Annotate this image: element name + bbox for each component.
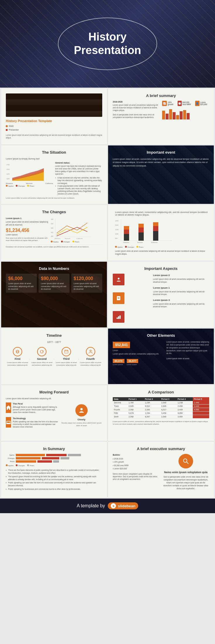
- aspect-item-2: [113, 292, 150, 304]
- moving-right-title: Clearly: [78, 418, 86, 421]
- exec-summary-title: A brief executive summary: [113, 447, 209, 451]
- svg-text:Vermont: Vermont: [137, 242, 143, 243]
- bar-oranges-1: [16, 457, 41, 459]
- big-number: $1,234,456: [6, 228, 48, 233]
- timeline-desc-3: Lorem ipsum dolor sit amet consectetur a…: [55, 361, 78, 366]
- timeline-desc-4: Lorem ipsum dolor sit amet consectetur a…: [79, 361, 102, 366]
- price-badge-2: 80,976: [113, 359, 124, 363]
- footer: A template by s slidebean: [0, 499, 215, 513]
- growth-icon: 📈: [162, 101, 167, 106]
- situation-footer: Lorem ipsum dolor sit amet consectetur a…: [6, 197, 102, 199]
- bullet-1: It has survived not only five centuries,…: [55, 176, 102, 184]
- slide-important-aspects: Important Aspects: [108, 262, 214, 327]
- globe-icon: [13, 347, 22, 356]
- price-badge-main: $52,841: [113, 342, 130, 348]
- aspect-item-1: [113, 274, 150, 285]
- exec-desc: Sed ut perspiciatis unde omnis iste natu…: [162, 475, 209, 490]
- summary-bullet-4: Public speaking for businesses and comme…: [6, 488, 102, 491]
- svg-text:700: 700: [51, 218, 53, 220]
- person-icon: [86, 347, 95, 356]
- svg-rect-30: [153, 231, 158, 241]
- template-meta: Date Presenter: [6, 124, 102, 132]
- bar-pears-3: [53, 460, 59, 463]
- svg-text:1250: 1250: [6, 173, 10, 175]
- comparison-row-fourth: Fourth 2,390 2,340 4,517 2,449 4,560: [113, 408, 209, 412]
- lorem1-desc: Lorem ipsum dolor sit amet consectetur a…: [6, 221, 48, 226]
- summary-chart: [162, 108, 209, 119]
- svg-rect-27: [138, 232, 144, 241]
- svg-text:400: 400: [51, 232, 53, 233]
- data-value-1: $6,000: [8, 276, 34, 281]
- svg-rect-28: [138, 228, 144, 232]
- other-main: $52,841 Lorem Lorem ipsum dolor sit amet…: [113, 341, 164, 365]
- calendar-icon: [62, 347, 71, 356]
- bar-oranges-2: [42, 457, 59, 459]
- situation-area-chart: 1750 1500 1250 1000: [6, 162, 44, 181]
- exec-bullet-1: • 2018-2020: [113, 457, 159, 460]
- svg-rect-41: [118, 316, 119, 319]
- exec-left: Bullets: • 2018-2020 • 13% growth • 30,0…: [113, 454, 159, 490]
- mrr-icon: 🕐: [178, 101, 182, 106]
- other-prices-row: 80,976 Lorem ipsum 36,977 Lorem ipsum: [113, 358, 164, 365]
- slide-brief-summary: A brief summary 2018-2020 Lorem ipsum do…: [108, 89, 214, 144]
- bar-apples-3: [68, 454, 81, 456]
- moving-item-2: Technology Public speaking can also take…: [6, 417, 58, 429]
- stat-growth: 📈 13% growth: [162, 101, 175, 106]
- svg-point-58: [183, 459, 187, 462]
- revenue-icon: 👤: [195, 101, 200, 106]
- timeline-desc-2: Lorem ipsum dolor sit amet consectetur a…: [30, 361, 53, 366]
- changes-right-legend: Apples Oranges Pears: [115, 246, 209, 248]
- document-icon: [116, 295, 122, 301]
- big-number-label: Lorem ipsum: [6, 234, 48, 236]
- svg-rect-32: [153, 222, 158, 226]
- data-value-3: $120,000: [74, 276, 100, 281]
- svg-rect-29: [138, 224, 144, 228]
- svg-text:1000: 1000: [6, 178, 10, 180]
- summary-bullets: There are five basic elements of public …: [6, 469, 102, 490]
- slide-other-elements: Other Elements $52,841 Lorem Lorem ipsum…: [108, 329, 214, 384]
- timeline-desc-1: Lorem ipsum dolor sit amet consectetur a…: [6, 361, 29, 366]
- other-price-2: 80,976 Lorem ipsum: [113, 358, 124, 365]
- comparison-row-sixth: Sixth 2,390 4,567 2,340 3,450: [113, 415, 209, 419]
- timeline-label-4: Fourth: [79, 357, 102, 360]
- changes-legend: Apples Oranges Pears: [51, 241, 102, 243]
- changes-bar-chart: 1600 1400 1200 1000 800 Alabama Vermont: [115, 218, 174, 244]
- svg-text:800: 800: [115, 237, 118, 239]
- exec-bullet-3: • 30,000 new MRR: [113, 464, 159, 467]
- moving-right-desc: Vocatus atque non vocatus deus aderit lo…: [61, 422, 102, 427]
- aspect-lorem1: Lorem ipsum 1: [153, 286, 209, 290]
- search-icon: [182, 458, 189, 465]
- slide-comparison: A Comparison Data Period 1 Period 2 Peri…: [108, 385, 214, 441]
- h-bar-oranges: Oranges: [6, 457, 102, 459]
- svg-point-50: [90, 350, 91, 352]
- changes-title: The Changes: [6, 210, 102, 214]
- chart-icon: [116, 314, 122, 320]
- moving-text-1: The First Although there is some disputa…: [13, 402, 58, 414]
- aspects-icons: [113, 274, 150, 323]
- aspect-desc3: Lorem ipsum dolor sit amet consectetur a…: [153, 303, 209, 308]
- svg-text:1200: 1200: [115, 229, 118, 230]
- timeline-label-1: First: [6, 357, 29, 360]
- aspect-desc2: Lorem ipsum dolor sit amet consectetur a…: [153, 278, 209, 283]
- in-summary-title: In Summary: [6, 447, 102, 451]
- data-box-1: $6,000 Lorem ipsum dolor sit amet consec…: [6, 274, 37, 292]
- svg-rect-42: [119, 315, 121, 319]
- aspect-lorem3: Lorem ipsum 3: [153, 298, 209, 302]
- changes-right-footer: Lorem ipsum dolor sit amet consectetur a…: [115, 250, 209, 255]
- summary-legend: Apples Oranges Pears: [6, 464, 102, 466]
- svg-rect-40: [117, 317, 118, 319]
- svg-rect-26: [124, 226, 129, 230]
- hero-oval: HistoryPresentation: [58, 18, 157, 70]
- svg-text:Vermont: Vermont: [65, 238, 70, 239]
- moving-text-2: Technology Public speaking can also take…: [13, 417, 58, 428]
- svg-text:California: California: [151, 242, 157, 243]
- svg-rect-46: [65, 350, 68, 353]
- changes-footer: Excepteur sint occaecat cupidatat non pr…: [6, 244, 102, 248]
- timeline-label-2: Second: [30, 357, 53, 360]
- timeline-layout: First Lorem ipsum dolor sit amet consect…: [6, 347, 102, 366]
- bar-apples-1: [16, 454, 45, 456]
- svg-line-59: [187, 462, 188, 464]
- general-status-label: General status:: [55, 162, 102, 164]
- slide-changes-left: The Changes Lorem ipsum 1 Lorem ipsum do…: [1, 205, 107, 261]
- bar-pears-2: [37, 460, 52, 463]
